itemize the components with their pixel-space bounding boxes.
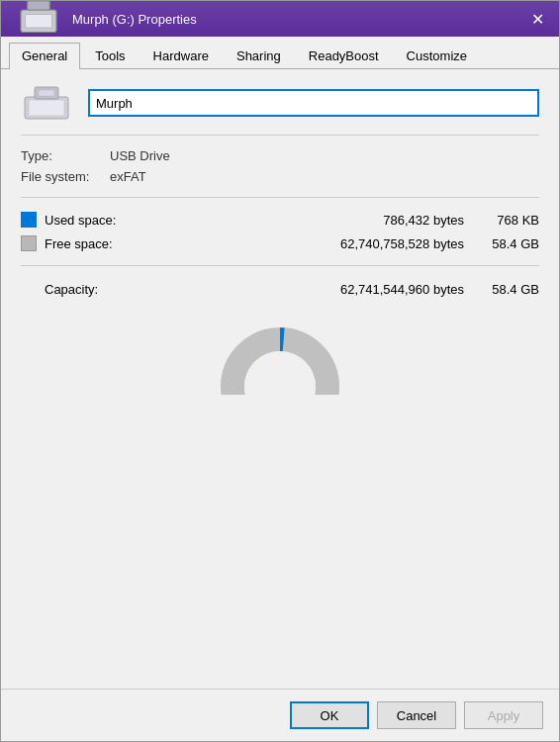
window-icon bbox=[13, 1, 64, 37]
svg-rect-6 bbox=[39, 90, 54, 96]
used-space-row: Used space: 786,432 bytes 768 KB bbox=[21, 208, 539, 232]
used-space-color-box bbox=[21, 212, 37, 228]
used-space-human: 768 KB bbox=[480, 213, 539, 228]
tab-readyboost[interactable]: ReadyBoost bbox=[296, 43, 392, 68]
free-space-row: Free space: 62,740,758,528 bytes 58.4 GB bbox=[21, 232, 539, 255]
bottom-spacer bbox=[1, 395, 559, 689]
donut-container: Drive G: bbox=[21, 323, 539, 395]
tab-hardware[interactable]: Hardware bbox=[140, 43, 222, 68]
used-space-label: Used space: bbox=[45, 213, 134, 228]
drive-name-input[interactable] bbox=[88, 89, 539, 117]
svg-rect-1 bbox=[26, 15, 52, 29]
separator-2 bbox=[21, 197, 539, 198]
type-row: Type: USB Drive bbox=[21, 145, 539, 166]
filesystem-row: File system: exFAT bbox=[21, 166, 539, 187]
content-area: Type: USB Drive File system: exFAT Used … bbox=[1, 69, 559, 395]
type-label: Type: bbox=[21, 148, 110, 163]
title-bar: Murph (G:) Properties ✕ bbox=[1, 1, 559, 37]
capacity-human: 58.4 GB bbox=[480, 282, 539, 297]
free-space-bytes: 62,740,758,528 bytes bbox=[134, 236, 480, 251]
apply-button[interactable]: Apply bbox=[464, 701, 543, 729]
filesystem-label: File system: bbox=[21, 169, 110, 184]
capacity-bytes: 62,741,544,960 bytes bbox=[134, 282, 480, 297]
free-space-label: Free space: bbox=[45, 236, 134, 251]
separator-3 bbox=[21, 265, 539, 266]
used-space-bytes: 786,432 bytes bbox=[134, 213, 480, 228]
window-title: Murph (G:) Properties bbox=[72, 12, 197, 27]
svg-rect-2 bbox=[28, 1, 50, 10]
drive-header bbox=[21, 85, 539, 121]
free-space-human: 58.4 GB bbox=[480, 236, 539, 251]
donut-chart bbox=[216, 323, 344, 395]
drive-icon bbox=[21, 85, 72, 121]
tab-customize[interactable]: Customize bbox=[394, 43, 480, 68]
tab-tools[interactable]: Tools bbox=[82, 43, 138, 68]
close-button[interactable]: ✕ bbox=[527, 9, 547, 29]
svg-rect-4 bbox=[29, 100, 64, 116]
cancel-button[interactable]: Cancel bbox=[377, 701, 456, 729]
tabs-bar: General Tools Hardware Sharing ReadyBoos… bbox=[1, 37, 559, 69]
free-space-color-box bbox=[21, 235, 37, 251]
separator-1 bbox=[21, 135, 539, 136]
properties-window: Murph (G:) Properties ✕ General Tools Ha… bbox=[0, 0, 560, 742]
tab-general[interactable]: General bbox=[9, 43, 80, 69]
type-value: USB Drive bbox=[110, 148, 170, 163]
ok-button[interactable]: OK bbox=[290, 701, 369, 729]
tab-sharing[interactable]: Sharing bbox=[224, 43, 294, 68]
capacity-label: Capacity: bbox=[45, 282, 134, 297]
filesystem-value: exFAT bbox=[110, 169, 146, 184]
title-bar-left: Murph (G:) Properties bbox=[13, 1, 197, 37]
capacity-row: Capacity: 62,741,544,960 bytes 58.4 GB bbox=[21, 276, 539, 303]
button-bar: OK Cancel Apply bbox=[1, 689, 559, 741]
